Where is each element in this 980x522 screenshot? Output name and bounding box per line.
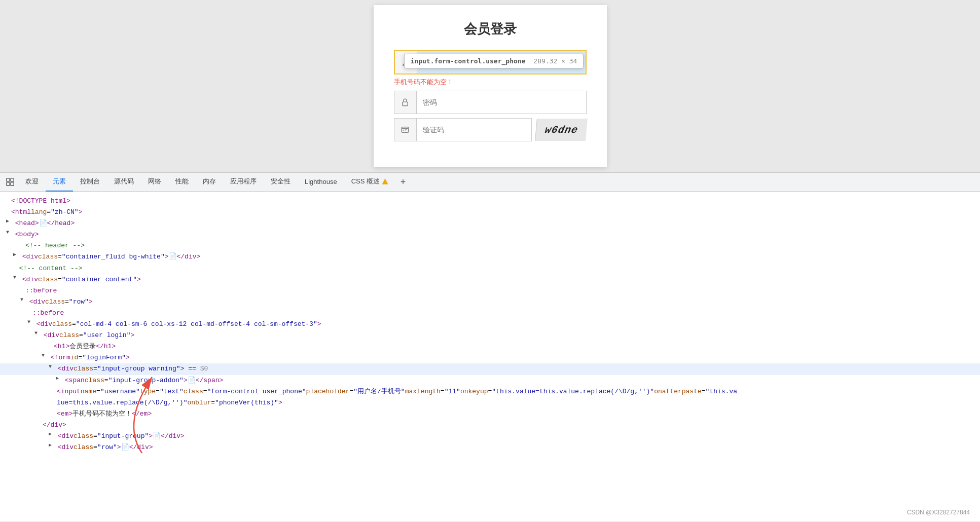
login-card: 会员登录 input.form-control.user_phone 289.3…	[374, 5, 607, 167]
code-line: <!DOCTYPE html>	[0, 196, 980, 207]
svg-rect-9	[7, 182, 10, 185]
code-line: ▶ <div class="row">📄</div>	[0, 442, 980, 453]
code-panel[interactable]: <!DOCTYPE html> <html lang="zh-CN"> ▶ <h…	[0, 192, 980, 521]
password-input[interactable]	[417, 91, 586, 114]
login-title: 会员登录	[394, 20, 587, 38]
code-line: <em>手机号码不能为空！</em>	[0, 408, 980, 420]
tab-css-overview[interactable]: CSS 概述 !	[344, 172, 395, 192]
captcha-icon	[401, 125, 410, 134]
tab-lighthouse[interactable]: Lighthouse	[298, 172, 344, 192]
inspect-button[interactable]	[2, 174, 18, 190]
svg-rect-7	[7, 178, 10, 181]
tooltip-element: input.form-control.user_phone	[411, 57, 526, 65]
code-line: ▼ <div class="col-md-4 col-sm-6 col-xs-1…	[0, 319, 980, 330]
svg-rect-8	[11, 178, 14, 181]
expand-arrow[interactable]: ▼	[18, 296, 25, 304]
code-line: <input name="username" type="text" class…	[0, 386, 980, 397]
expand-arrow[interactable]: ▼	[40, 352, 47, 359]
tab-console[interactable]: 控制台	[73, 172, 107, 192]
code-line: </div>	[0, 420, 980, 431]
tab-performance[interactable]: 性能	[168, 172, 196, 192]
code-line: <h1>会员登录</h1>	[0, 341, 980, 352]
code-line: ▼ <div class="user login">	[0, 330, 980, 341]
inspect-icon	[6, 177, 15, 187]
code-line: ::before	[0, 308, 980, 319]
captcha-input[interactable]	[417, 119, 531, 141]
tab-elements[interactable]: 元素	[46, 172, 73, 192]
code-line: ▶ <div class="input-group">📄</div>	[0, 431, 980, 442]
tooltip-size: 289.32 × 34	[533, 57, 577, 65]
code-line: lue=this.value.replace(/\D/g,'')" onblur…	[0, 397, 980, 408]
code-line: <!-- header -->	[0, 240, 980, 251]
code-line: ▶ <head>📄</head>	[0, 218, 980, 229]
add-tab-button[interactable]: +	[395, 174, 411, 190]
svg-rect-10	[11, 182, 14, 185]
password-input-group	[394, 91, 587, 114]
expand-arrow[interactable]: ▼	[11, 274, 18, 281]
code-line: ▶ <span class="input-group-addon">📄</spa…	[0, 375, 980, 386]
expand-arrow[interactable]: ▼	[25, 319, 32, 326]
code-line: <!-- content -->	[0, 263, 980, 274]
preview-area: 会员登录 input.form-control.user_phone 289.3…	[0, 0, 980, 172]
captcha-row: w6dne	[394, 118, 587, 141]
code-line-selected: ▼ <div class="input-group warning"> == $…	[0, 363, 980, 375]
expand-arrow[interactable]: ▶	[47, 442, 54, 449]
expand-arrow[interactable]: ▼	[4, 229, 11, 236]
expand-arrow[interactable]: ▶	[4, 218, 11, 225]
tab-memory[interactable]: 内存	[196, 172, 223, 192]
tab-security[interactable]: 安全性	[264, 172, 298, 192]
code-line: ▶ <div class="container_fluid bg-white">…	[0, 251, 980, 263]
tab-application[interactable]: 应用程序	[223, 172, 264, 192]
expand-arrow[interactable]: ▼	[32, 330, 40, 337]
captcha-text: w6dne	[543, 124, 579, 136]
tab-sources[interactable]: 源代码	[107, 172, 141, 192]
error-message: 手机号码不能为空！	[394, 78, 587, 87]
warning-icon: !	[382, 178, 388, 185]
lock-icon	[401, 98, 410, 107]
code-line: ▼ <div class="container content">	[0, 274, 980, 285]
captcha-image[interactable]: w6dne	[535, 119, 588, 141]
code-line: ::before	[0, 285, 980, 296]
svg-point-4	[403, 130, 404, 131]
svg-text:!: !	[384, 179, 385, 184]
expand-arrow[interactable]: ▼	[47, 363, 54, 370]
captcha-icon-addon	[394, 119, 417, 141]
tab-welcome[interactable]: 欢迎	[18, 172, 46, 192]
element-tooltip: input.form-control.user_phone 289.32 × 3…	[404, 54, 584, 68]
password-icon-addon	[394, 91, 417, 114]
code-line: ▼ <div class="row">	[0, 296, 980, 308]
expand-arrow[interactable]: ▶	[54, 375, 61, 382]
tab-network[interactable]: 网络	[141, 172, 168, 192]
captcha-input-group	[394, 118, 532, 141]
watermark: CSDN @X3282727844	[907, 509, 970, 516]
code-line: <html lang="zh-CN">	[0, 207, 980, 218]
expand-arrow[interactable]: ▶	[47, 431, 54, 438]
svg-rect-1	[403, 102, 408, 106]
code-line: ▼ <body>	[0, 229, 980, 240]
expand-arrow[interactable]: ▶	[11, 251, 18, 258]
devtools-tabbar: 欢迎 元素 控制台 源代码 网络 性能 内存 应用程序 安全性 Lighthou…	[0, 172, 980, 192]
code-line: ▼ <form id="loginForm">	[0, 352, 980, 363]
